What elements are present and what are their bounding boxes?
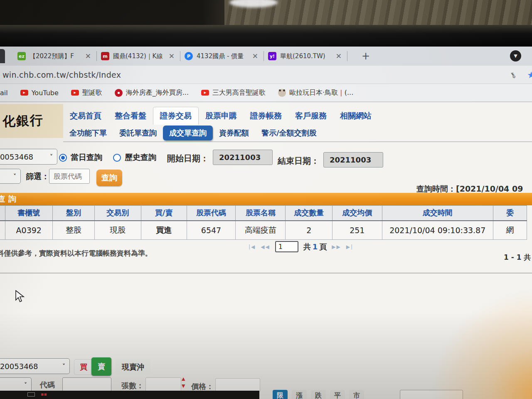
bookmark-japan-travel[interactable]: 歐拉玩日本·鳥取｜(... bbox=[278, 89, 353, 97]
price-type-limit-up-button[interactable]: 漲 bbox=[292, 390, 307, 399]
qty-input[interactable] bbox=[145, 377, 181, 392]
price-type-limit-button[interactable]: 限 bbox=[273, 390, 288, 399]
partial-pinned-tab[interactable] bbox=[0, 49, 5, 63]
sell-button[interactable]: 賣 bbox=[91, 357, 111, 376]
tab-guoding-price[interactable]: P 4132國鼎 - 價量 ✕ bbox=[180, 49, 264, 64]
nav-customer-service[interactable]: 客戶服務 bbox=[288, 107, 333, 125]
close-icon[interactable]: ✕ bbox=[335, 52, 343, 60]
stock-code-filter-input[interactable] bbox=[49, 169, 90, 184]
close-icon[interactable]: ✕ bbox=[84, 52, 92, 60]
red-circle-logo-icon bbox=[115, 89, 123, 97]
bookmark-overseas-property[interactable]: 海外房產_海外買房... bbox=[115, 89, 189, 97]
end-date-label: 結束日期： bbox=[278, 155, 319, 167]
bookmark-gmail-partial[interactable]: ail bbox=[0, 89, 8, 97]
price-input[interactable] bbox=[215, 378, 260, 392]
bookmark-label: YouTube bbox=[32, 89, 59, 97]
buy-button[interactable]: 買 bbox=[74, 359, 93, 375]
tab-china-airlines[interactable]: y! 華航(2610.TW) ✕ bbox=[264, 49, 347, 64]
youtube-icon: ▶ bbox=[201, 90, 209, 96]
radio-history-query[interactable]: 歷史查詢 bbox=[113, 152, 156, 163]
bookmark-star-icon[interactable]: ★ bbox=[527, 70, 532, 80]
chevron-down-icon: ˅ bbox=[13, 173, 16, 180]
nav-margin-quota[interactable]: 資券配額 bbox=[213, 126, 255, 140]
nav-order-query[interactable]: 委託單查詢 bbox=[113, 126, 163, 140]
account-select[interactable]: 320053468 ˅ bbox=[0, 149, 57, 165]
start-date-input[interactable] bbox=[213, 150, 273, 165]
secondary-nav: 全功能下單 委託單查詢 成交單查詢 資券配額 警示/全額交割股 bbox=[63, 125, 532, 142]
price-type-market-button[interactable]: 市 bbox=[349, 390, 364, 399]
order-lot-type-select[interactable]: 現股 ˅ bbox=[0, 377, 32, 392]
order-extra-input[interactable] bbox=[400, 390, 463, 399]
cell-buy-sell: 買進 bbox=[141, 221, 187, 240]
radio-unselected-icon[interactable] bbox=[113, 154, 121, 162]
order-code-input[interactable] bbox=[62, 377, 111, 392]
address-bar[interactable]: win.chb.com.tw/chbstk/Index ⚷ ★ bbox=[0, 66, 532, 84]
prev-page-icon[interactable]: ◀◀ bbox=[261, 244, 270, 250]
yahoo-favicon-icon: y! bbox=[268, 52, 276, 60]
first-page-icon[interactable]: |◀ bbox=[249, 244, 256, 250]
bookmark-christmas-song[interactable]: ▶ 聖誕歌 bbox=[71, 89, 102, 97]
panda-avatar-icon bbox=[278, 89, 286, 97]
nav-warning-stocks[interactable]: 警示/全額交割股 bbox=[255, 126, 323, 140]
bank-logo: 化銀行 bbox=[0, 104, 63, 138]
mouse-cursor bbox=[15, 290, 26, 303]
bookmark-three-tenors[interactable]: ▶ 三大男高音聖誕歌 bbox=[201, 89, 266, 97]
price-type-limit-down-button[interactable]: 跌 bbox=[311, 390, 326, 399]
spin-up-icon[interactable]: ▲ bbox=[182, 377, 185, 381]
next-page-icon[interactable]: ▶▶ bbox=[332, 244, 341, 250]
ez-favicon-icon: ez bbox=[17, 52, 26, 60]
cell-filled-qty: 2 bbox=[286, 221, 332, 240]
last-page-icon[interactable]: ▶| bbox=[346, 244, 353, 250]
daytrade-sell-button[interactable]: 現賣沖 bbox=[116, 359, 150, 375]
new-tab-button[interactable]: + bbox=[358, 50, 373, 62]
page-number-input[interactable] bbox=[275, 241, 298, 252]
nav-securities-accounting[interactable]: 證券帳務 bbox=[244, 107, 288, 125]
qty-stepper[interactable]: ▲ ▼ bbox=[182, 377, 185, 388]
pchome-favicon-icon: P bbox=[185, 52, 193, 60]
qty-label: 張數： bbox=[121, 381, 144, 391]
cell-filled-time: 2021/10/04 09:10:33.87 bbox=[382, 221, 493, 240]
bookmark-label: 歐拉玩日本·鳥取｜(... bbox=[289, 89, 353, 97]
bookmark-youtube[interactable]: ▶ YouTube bbox=[20, 89, 59, 97]
tab-2022-preorder[interactable]: ez 【2022預購】F ✕ bbox=[13, 49, 96, 64]
query-button[interactable]: 查詢 bbox=[96, 170, 122, 186]
bottom-dark-strip: ▪▪ bbox=[0, 391, 259, 399]
nav-filled-order-query[interactable]: 成交單查詢 bbox=[163, 126, 213, 140]
filled-orders-table: 書櫃號 盤別 交易別 買/賣 股票代碼 股票名稱 成交數量 成交均價 成交時間 … bbox=[0, 205, 527, 240]
nav-trade-home[interactable]: 交易首頁 bbox=[63, 107, 108, 125]
col-avg-price: 成交均價 bbox=[332, 206, 382, 221]
col-filled-qty: 成交數量 bbox=[286, 206, 332, 221]
price-type-flat-button[interactable]: 平 bbox=[330, 390, 345, 399]
section-banner: 成交單查詢 bbox=[0, 193, 532, 205]
chevron-down-icon: ▼ bbox=[514, 53, 517, 59]
tab-search-menu-button[interactable]: ▼ bbox=[510, 50, 521, 62]
table-header-row: 書櫃號 盤別 交易別 買/賣 股票代碼 股票名稱 成交數量 成交均價 成交時間 … bbox=[0, 206, 527, 221]
col-trade-type: 交易別 bbox=[94, 206, 141, 221]
bank-logo-text: 化銀行 bbox=[2, 111, 44, 130]
nav-securities-trading[interactable]: 證券交易 bbox=[153, 107, 199, 125]
col-stock-code: 股票代碼 bbox=[187, 206, 236, 221]
bookmarks-bar: ail ▶ YouTube ▶ 聖誕歌 海外房產_海外買房... ▶ 三大男高音… bbox=[0, 84, 532, 102]
spin-down-icon[interactable]: ▼ bbox=[182, 384, 185, 388]
bookmark-label: ail bbox=[0, 89, 8, 97]
lot-type-select[interactable]: 股 ˅ bbox=[0, 169, 21, 184]
chb-stock-site: 化銀行 交易首頁 整合看盤 證券交易 股票申購 證券帳務 客戶服務 相關網站 全… bbox=[0, 102, 532, 399]
nav-full-order[interactable]: 全功能下單 bbox=[63, 126, 113, 140]
cell-slip-no: A0392 bbox=[5, 221, 53, 240]
nav-ipo-subscribe[interactable]: 股票申購 bbox=[199, 107, 244, 125]
close-icon[interactable]: ✕ bbox=[251, 52, 259, 60]
end-date-input[interactable] bbox=[323, 152, 383, 167]
nav-market-view[interactable]: 整合看盤 bbox=[108, 107, 153, 125]
password-key-icon[interactable]: ⚷ bbox=[508, 70, 517, 80]
tab-guoding-kline[interactable]: m 國鼎(4132)｜K線 ✕ bbox=[97, 49, 180, 64]
cell-stock-name: 高端疫苗 bbox=[236, 221, 286, 240]
col-slip-no: 書櫃號 bbox=[5, 206, 53, 221]
momo-favicon-icon: m bbox=[101, 52, 109, 60]
radio-selected-icon[interactable] bbox=[59, 154, 67, 162]
order-account-select[interactable]: 2320053468 ˅ bbox=[0, 358, 70, 374]
nav-related-sites[interactable]: 相關網站 bbox=[333, 107, 378, 125]
col-filled-time: 成交時間 bbox=[382, 206, 493, 221]
close-icon[interactable]: ✕ bbox=[167, 52, 176, 60]
chevron-down-icon: ˅ bbox=[62, 363, 65, 369]
radio-today-query[interactable]: 當日查詢 bbox=[59, 152, 102, 163]
